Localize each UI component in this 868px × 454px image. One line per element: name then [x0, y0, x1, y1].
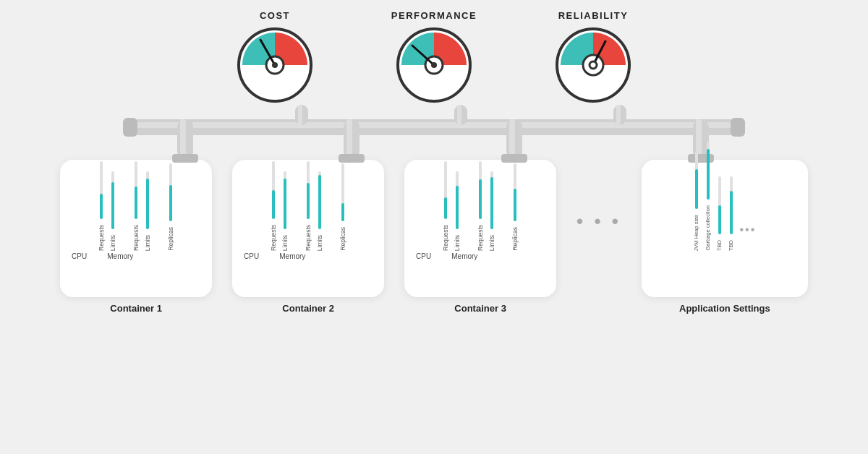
container-1-title: Container 1 [110, 303, 162, 314]
track-cpu-requests[interactable] [100, 161, 103, 219]
container-3-title: Container 3 [454, 303, 506, 314]
ellipsis-dots: • • • [576, 210, 621, 233]
svg-rect-19 [339, 154, 365, 163]
svg-rect-15 [180, 119, 186, 159]
svg-rect-25 [688, 154, 714, 163]
gauge-performance: PERFORMANCE [354, 10, 514, 105]
svg-point-11 [590, 61, 597, 69]
gauge-cost-label: COST [260, 10, 290, 21]
memory-group-3: Requests Limits [477, 161, 495, 251]
memory-group-2: Requests Limits [305, 161, 323, 251]
container-2-wrapper: Requests Limits [232, 160, 384, 314]
app-settings-title: Application Settings [679, 303, 770, 314]
cpu-group: Requests Limits [98, 161, 116, 251]
track-c3-cpu-lim[interactable] [456, 171, 459, 229]
app-settings-box: JVM Heap size Garbage collection TBD [642, 160, 808, 297]
app-settings-wrapper: JVM Heap size Garbage collection TBD [642, 160, 808, 314]
c2-cpu-label: CPU [244, 252, 259, 260]
svg-rect-16 [172, 154, 198, 163]
svg-rect-33 [616, 105, 621, 125]
container-1-box: Requests Limits [60, 160, 212, 297]
label-mem-limits: Limits [144, 235, 151, 251]
app-dots: ••• [739, 223, 756, 236]
fill-mem-requests [135, 187, 137, 219]
slider-cpu-limits: Limits [109, 171, 116, 251]
fill-cpu-limits [111, 182, 114, 229]
track-c2-cpu-req[interactable] [272, 161, 275, 219]
svg-rect-29 [298, 105, 302, 125]
svg-point-3 [272, 62, 278, 68]
track-c3-mem-lim[interactable] [490, 171, 493, 229]
replicas-group: Replicas [167, 163, 174, 251]
svg-rect-27 [731, 118, 745, 137]
replicas-group-3: Replicas [511, 163, 519, 251]
pipe-system [72, 105, 796, 163]
container-2-sliders: Requests Limits [241, 171, 375, 251]
container-3-wrapper: Requests Limits [404, 160, 556, 314]
track-replicas[interactable] [169, 163, 172, 221]
container-1-sliders: Requests Limits [69, 171, 203, 251]
svg-rect-26 [123, 118, 137, 137]
label-replicas: Replicas [167, 227, 174, 251]
track-c3-replicas[interactable] [514, 163, 516, 221]
track-c3-cpu-req[interactable] [444, 161, 447, 219]
label-mem-requests: Requests [132, 225, 140, 251]
track-gc[interactable] [707, 142, 710, 200]
gauge-reliability-label: RELIABILITY [558, 10, 629, 21]
svg-rect-18 [346, 119, 352, 159]
track-cpu-limits[interactable] [111, 171, 114, 229]
svg-rect-21 [509, 119, 515, 159]
label-jvm: JVM Heap size [693, 215, 699, 251]
container-1-wrapper: Requests Limits [60, 160, 212, 314]
svg-rect-13 [130, 122, 738, 128]
gauge-reliability: RELIABILITY [514, 10, 673, 105]
svg-rect-22 [501, 154, 527, 163]
gauge-cost-dial [235, 25, 315, 105]
gauge-performance-label: PERFORMANCE [391, 10, 477, 21]
c3-memory-label: Memory [451, 252, 477, 260]
cpu-group-3: Requests Limits [442, 161, 461, 251]
track-c2-mem-lim[interactable] [318, 171, 321, 229]
slider-mem-limits: Limits [144, 171, 151, 251]
track-c3-mem-req[interactable] [479, 161, 482, 219]
gauge-reliability-dial [553, 25, 633, 105]
label-cpu-limits: Limits [109, 235, 116, 251]
slider-mem-requests: Requests [132, 161, 140, 251]
app-settings-sliders: JVM Heap size Garbage collection TBD [650, 171, 799, 251]
label-tbd1: TBD [716, 240, 723, 251]
main-container: COST [14, 10, 854, 444]
cpu-group-label: CPU [72, 252, 87, 260]
cpu-group-2: Requests Limits [270, 161, 289, 251]
memory-group-label: Memory [107, 252, 133, 260]
c2-memory-label: Memory [279, 252, 305, 260]
gauge-performance-dial [394, 25, 474, 105]
fill-cpu-requests [100, 194, 103, 219]
track-mem-requests[interactable] [135, 161, 137, 219]
boxes-row: Requests Limits [14, 160, 854, 314]
svg-point-7 [431, 62, 437, 68]
gauge-cost: COST [195, 10, 354, 105]
track-mem-limits[interactable] [146, 171, 149, 229]
track-c2-replicas[interactable] [341, 163, 344, 221]
label-cpu-requests: Requests [98, 225, 105, 251]
replicas-group-2: Replicas [339, 163, 346, 251]
track-c2-cpu-lim[interactable] [284, 171, 286, 229]
memory-group: Requests Limits [132, 161, 151, 251]
slider-replicas: Replicas [167, 163, 174, 251]
c3-cpu-label: CPU [416, 252, 431, 260]
container-3-sliders: Requests Limits [413, 171, 548, 251]
track-tbd1[interactable] [718, 176, 721, 234]
fill-mem-limits [146, 179, 149, 229]
container-3-box: Requests Limits [404, 160, 556, 297]
track-jvm[interactable] [695, 151, 698, 209]
label-gc: Garbage collection [705, 205, 711, 251]
track-tbd2[interactable] [730, 176, 733, 234]
container-2-box: Requests Limits [232, 160, 384, 297]
track-c2-mem-req[interactable] [307, 161, 310, 219]
dots-wrapper: • • • [576, 160, 621, 314]
fill-replicas [169, 185, 172, 221]
pipe-svg [72, 105, 796, 163]
slider-cpu-requests: Requests [98, 161, 105, 251]
svg-rect-31 [457, 105, 461, 125]
container-2-title: Container 2 [282, 303, 334, 314]
